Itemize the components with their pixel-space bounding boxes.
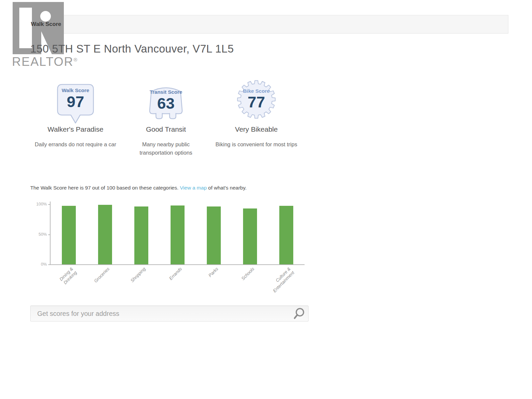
walk-score-badge: Walk Score 97 bbox=[57, 84, 94, 124]
bike-score-description: Biking is convenient for most trips bbox=[215, 140, 297, 149]
chart-bar bbox=[279, 206, 293, 264]
chart-bar-slot: Dining & Drinking bbox=[51, 204, 87, 264]
registered-mark: ® bbox=[73, 57, 77, 63]
chart-bar bbox=[134, 206, 148, 264]
bike-score-badge-area: Bike Score 77 bbox=[211, 79, 302, 123]
chart-category-label: Errands bbox=[168, 266, 183, 281]
address-search-box bbox=[30, 306, 309, 322]
walk-score-description: Daily errands do not require a car bbox=[35, 140, 116, 149]
score-columns: Walk Score 97 Walker's Paradise Daily er… bbox=[30, 79, 302, 157]
chart-category-label: Schools bbox=[241, 266, 256, 281]
bike-score-column: Bike Score 77 Very Bikeable Biking is co… bbox=[211, 79, 302, 157]
transit-score-description: Many nearby public transportation option… bbox=[131, 140, 201, 157]
chart-bars: Dining & DrinkingGroceriesShoppingErrand… bbox=[51, 204, 304, 264]
chart-bar bbox=[62, 206, 76, 264]
transit-score-badge: Transit Score 63 bbox=[147, 81, 185, 121]
walk-score-section-header[interactable] bbox=[25, 15, 508, 34]
chart-tick-mark bbox=[48, 204, 50, 205]
chart-category-label: Shopping bbox=[130, 266, 147, 284]
summary-before: The Walk Score here is 97 out of 100 bas… bbox=[30, 185, 180, 191]
transit-score-value: 63 bbox=[147, 95, 185, 112]
walk-score-value: 97 bbox=[57, 93, 94, 110]
brand-name: REALTOR® bbox=[12, 53, 77, 68]
summary-after: of what's nearby. bbox=[207, 185, 247, 191]
walk-score-rating: Walker's Paradise bbox=[48, 125, 103, 133]
transit-score-rating: Good Transit bbox=[146, 125, 186, 133]
transit-score-column: Transit Score 63 Good Transit Many nearb… bbox=[121, 79, 211, 157]
chart-bar bbox=[98, 205, 112, 264]
chart-category-label: Groceries bbox=[93, 266, 111, 284]
chart-bar-slot: Schools bbox=[232, 204, 268, 264]
chart-bar-slot: Culture & Entertainment bbox=[268, 204, 304, 264]
walk-score-badge-area: Walk Score 97 bbox=[30, 79, 121, 123]
chart-bar-slot: Groceries bbox=[87, 204, 123, 264]
chart-bar bbox=[243, 208, 257, 264]
brand-name-text: REALTOR bbox=[12, 55, 73, 68]
chart-bar-slot: Shopping bbox=[123, 204, 159, 264]
bike-score-rating: Very Bikeable bbox=[235, 125, 278, 133]
chart-y-labels: 100%50%0% bbox=[30, 199, 47, 272]
chart-bar bbox=[171, 205, 185, 264]
chart-category-label: Culture & Entertainment bbox=[268, 266, 296, 294]
chart-bar bbox=[207, 206, 221, 264]
chart-y-tick-label: 0% bbox=[30, 262, 47, 267]
search-input[interactable] bbox=[31, 306, 308, 321]
summary-text: The Walk Score here is 97 out of 100 bas… bbox=[30, 185, 247, 191]
transit-score-badge-area: Transit Score 63 bbox=[121, 79, 211, 123]
bike-score-badge: Bike Score 77 bbox=[236, 79, 277, 120]
walk-score-column: Walk Score 97 Walker's Paradise Daily er… bbox=[30, 79, 121, 157]
chart-y-tick-label: 100% bbox=[30, 201, 47, 207]
chart-bar-slot: Parks bbox=[196, 204, 232, 264]
search-icon[interactable] bbox=[293, 307, 305, 321]
bike-score-value: 77 bbox=[236, 93, 277, 111]
chart-category-label: Dining & Drinking bbox=[59, 266, 78, 286]
chart-category-label: Parks bbox=[207, 266, 219, 278]
section-title: Walk Score bbox=[31, 15, 61, 34]
chart-x-axis bbox=[50, 264, 305, 265]
chart-tick-mark bbox=[48, 264, 50, 265]
chart-bar-slot: Errands bbox=[159, 204, 196, 264]
chart-tick-mark bbox=[48, 234, 50, 235]
property-address: 150 5TH ST E North Vancouver, V7L 1L5 bbox=[30, 43, 234, 55]
chart-y-tick-label: 50% bbox=[30, 232, 47, 237]
view-map-link[interactable]: View a map bbox=[180, 185, 207, 191]
walkscore-category-chart: 100%50%0% Dining & DrinkingGroceriesShop… bbox=[30, 199, 310, 302]
